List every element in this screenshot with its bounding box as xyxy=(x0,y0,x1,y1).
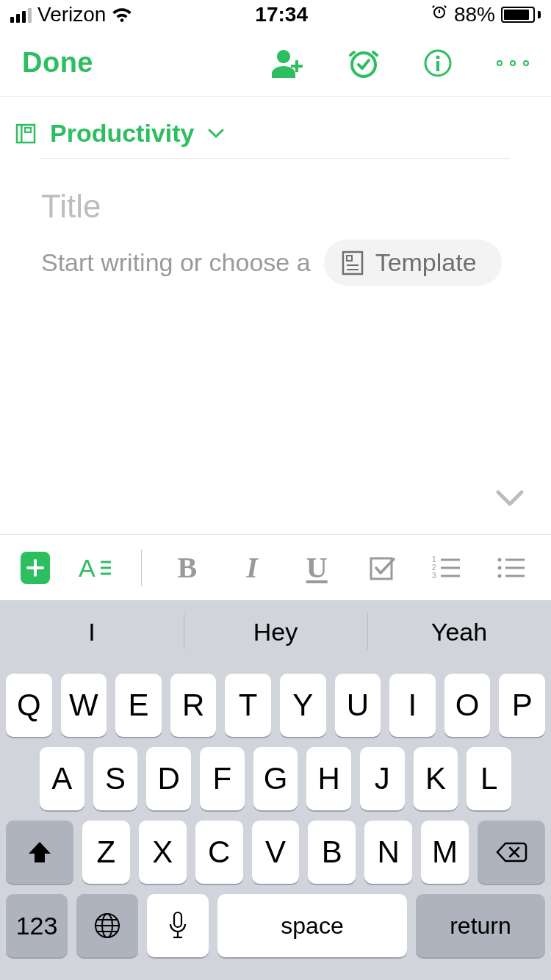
key-row-4: 123 space return xyxy=(0,894,551,957)
key-row-1: Q W E R T Y U I O P xyxy=(0,674,551,737)
key-k[interactable]: K xyxy=(414,747,458,810)
key-l[interactable]: L xyxy=(467,747,511,810)
svg-rect-31 xyxy=(174,912,181,927)
key-b[interactable]: B xyxy=(308,821,356,884)
clock: 17:34 xyxy=(255,3,308,26)
prediction-3[interactable]: Yeah xyxy=(367,600,551,663)
separator xyxy=(141,550,142,586)
cell-signal-icon xyxy=(10,7,32,23)
checkbox-button[interactable] xyxy=(362,555,400,581)
key-z[interactable]: Z xyxy=(82,821,130,884)
key-m[interactable]: M xyxy=(421,821,469,884)
add-button[interactable] xyxy=(21,552,50,584)
bold-button[interactable]: B xyxy=(168,550,206,585)
svg-rect-8 xyxy=(347,256,352,261)
svg-rect-6 xyxy=(25,128,31,132)
carrier-label: Verizon xyxy=(37,3,106,26)
svg-text:2: 2 xyxy=(432,563,436,572)
key-s[interactable]: S xyxy=(93,747,138,810)
key-d[interactable]: D xyxy=(146,747,191,810)
key-p[interactable]: P xyxy=(499,674,545,737)
key-n[interactable]: N xyxy=(364,821,412,884)
key-g[interactable]: G xyxy=(253,747,298,810)
keyboard: I Hey Yeah Q W E R T Y U I O P A S D F G… xyxy=(0,600,551,980)
prediction-2[interactable]: Hey xyxy=(184,600,367,663)
template-icon xyxy=(342,251,364,275)
svg-rect-5 xyxy=(21,125,23,143)
svg-rect-15 xyxy=(371,558,392,579)
battery-icon xyxy=(501,7,541,23)
key-a[interactable]: A xyxy=(40,747,84,810)
key-x[interactable]: X xyxy=(139,821,187,884)
share-person-icon[interactable] xyxy=(272,48,304,78)
prediction-1[interactable]: I xyxy=(0,600,184,663)
shift-key[interactable] xyxy=(6,821,73,884)
wifi-icon xyxy=(112,7,132,23)
key-i[interactable]: I xyxy=(389,674,436,737)
svg-point-22 xyxy=(497,558,501,561)
key-t[interactable]: T xyxy=(225,674,271,737)
key-c[interactable]: C xyxy=(195,821,243,884)
formatting-toolbar: A B I U 123 xyxy=(0,534,551,600)
space-key[interactable]: space xyxy=(217,894,407,957)
dictation-key[interactable] xyxy=(147,894,209,957)
nav-bar: Done xyxy=(0,29,551,97)
key-y[interactable]: Y xyxy=(280,674,326,737)
done-button[interactable]: Done xyxy=(22,47,93,79)
globe-key[interactable] xyxy=(76,894,138,957)
reminder-icon[interactable] xyxy=(348,48,379,79)
key-q[interactable]: Q xyxy=(6,674,52,737)
svg-text:3: 3 xyxy=(432,572,436,580)
battery-percent: 88% xyxy=(454,3,495,26)
backspace-key[interactable] xyxy=(478,821,545,884)
key-v[interactable]: V xyxy=(252,821,300,884)
key-u[interactable]: U xyxy=(335,674,381,737)
svg-rect-3 xyxy=(436,61,439,71)
note-editor[interactable]: Start writing or choose a Template xyxy=(0,159,551,286)
key-o[interactable]: O xyxy=(444,674,491,737)
info-icon[interactable] xyxy=(423,48,453,78)
key-row-3: Z X C V B N M xyxy=(0,821,551,884)
text-style-button[interactable]: A xyxy=(76,553,115,583)
numbered-list-button[interactable]: 123 xyxy=(428,555,466,580)
chevron-down-icon[interactable] xyxy=(494,488,526,511)
underline-button[interactable]: U xyxy=(298,550,336,585)
key-r[interactable]: R xyxy=(170,674,217,737)
key-w[interactable]: W xyxy=(61,674,107,737)
svg-text:1: 1 xyxy=(432,555,436,563)
note-body-placeholder: Start writing or choose a xyxy=(41,248,311,277)
italic-button[interactable]: I xyxy=(233,550,271,585)
key-f[interactable]: F xyxy=(200,747,245,810)
return-key[interactable]: return xyxy=(416,894,545,957)
more-icon[interactable] xyxy=(497,60,529,66)
template-label: Template xyxy=(375,248,477,277)
note-title-input[interactable] xyxy=(41,188,510,225)
svg-text:A: A xyxy=(79,554,96,582)
notebook-selector[interactable]: Productivity xyxy=(0,97,551,158)
key-j[interactable]: J xyxy=(360,747,405,810)
status-bar: Verizon 17:34 88% xyxy=(0,0,551,29)
bullet-list-button[interactable] xyxy=(492,555,530,580)
key-row-2: A S D F G H J K L xyxy=(0,747,551,810)
svg-point-24 xyxy=(497,574,501,577)
svg-point-2 xyxy=(436,55,440,59)
template-button[interactable]: Template xyxy=(324,239,502,286)
chevron-down-icon xyxy=(207,128,225,140)
key-e[interactable]: E xyxy=(115,674,162,737)
numbers-key[interactable]: 123 xyxy=(6,894,68,957)
notebook-name: Productivity xyxy=(50,119,194,148)
notebook-icon xyxy=(15,123,37,145)
key-h[interactable]: H xyxy=(306,747,351,810)
svg-point-23 xyxy=(497,566,501,569)
alarm-icon xyxy=(431,3,448,26)
